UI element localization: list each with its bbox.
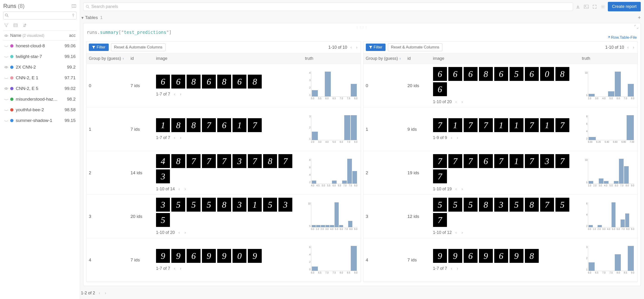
mnist-thumb[interactable]: 7 xyxy=(186,154,200,168)
expand-icon[interactable] xyxy=(592,4,597,9)
mnist-thumb[interactable]: 6 xyxy=(156,75,170,88)
chevron-left-icon[interactable]: ‹ xyxy=(178,186,181,192)
mnist-thumb[interactable]: 7 xyxy=(494,154,508,168)
chevron-left-icon[interactable]: ‹ xyxy=(178,230,181,235)
mnist-thumb[interactable]: 3 xyxy=(156,198,170,212)
gear-icon[interactable] xyxy=(600,4,606,9)
chevron-left-icon[interactable]: ‹ xyxy=(450,266,453,271)
run-row[interactable]: CNN-2, E 599.02 xyxy=(3,83,76,94)
histogram-chart[interactable]: 43215.05.56.06.57.07.58.0 xyxy=(305,71,358,101)
mnist-thumb[interactable]: 6 xyxy=(525,67,539,81)
mnist-thumb[interactable]: 6 xyxy=(433,82,447,96)
mnist-thumb[interactable]: 5 xyxy=(263,198,277,212)
mnist-thumb[interactable]: 9 xyxy=(479,249,493,263)
mnist-thumb[interactable]: 7 xyxy=(479,118,493,132)
chevron-right-icon[interactable]: › xyxy=(461,100,464,104)
mnist-thumb[interactable]: 7 xyxy=(525,154,539,168)
mnist-thumb[interactable]: 6 xyxy=(494,249,508,263)
chevron-left-icon[interactable]: ‹ xyxy=(173,92,176,97)
mnist-thumb[interactable]: 7 xyxy=(464,118,478,132)
column-header-group[interactable]: Group by (guess) ↑ xyxy=(86,53,128,64)
run-row[interactable]: 2X CNN-299.2 xyxy=(3,62,76,72)
mnist-thumb[interactable]: 7 xyxy=(433,118,447,132)
reset-columns-button[interactable]: Reset & Automate Columns xyxy=(111,43,166,51)
mnist-thumb[interactable]: 5 xyxy=(202,198,216,212)
mnist-thumb[interactable]: 9 xyxy=(217,249,231,263)
mnist-thumb[interactable]: 6 xyxy=(464,249,478,263)
histogram-chart[interactable]: 86424.04.55.05.56.06.57.07.58.0 xyxy=(305,158,358,188)
drag-handle-icon[interactable]: : : : : xyxy=(86,26,638,29)
mnist-thumb[interactable]: 0 xyxy=(540,67,554,81)
mnist-thumb[interactable]: 0 xyxy=(232,249,246,263)
mnist-thumb[interactable]: 6 xyxy=(186,249,200,263)
name-header[interactable]: Name xyxy=(10,33,21,38)
mnist-thumb[interactable]: 4 xyxy=(156,154,170,168)
mnist-thumb[interactable]: 3 xyxy=(156,170,170,183)
mnist-thumb[interactable]: 7 xyxy=(464,154,478,168)
mnist-thumb[interactable]: 5 xyxy=(433,198,447,212)
mnist-thumb[interactable]: 1 xyxy=(248,198,262,212)
mnist-thumb[interactable]: 3 xyxy=(232,154,246,168)
chevron-right-icon[interactable]: › xyxy=(461,230,464,235)
mnist-thumb[interactable]: 6 xyxy=(448,67,462,81)
histogram-chart[interactable]: 86426.006.206.406.606.807.00 xyxy=(582,114,635,144)
filter-button[interactable]: Filter xyxy=(366,44,386,51)
mnist-thumb[interactable]: 7 xyxy=(433,213,447,227)
chevron-right-icon[interactable]: › xyxy=(456,266,459,271)
visibility-toggle[interactable] xyxy=(4,76,10,79)
chevron-left-icon[interactable]: ‹ xyxy=(173,266,176,271)
chevron-right-icon[interactable]: › xyxy=(632,45,635,50)
histogram-chart[interactable]: 3216.06.57.07.58.08.59.0 xyxy=(582,245,635,275)
filter-button[interactable]: Filter xyxy=(89,44,109,51)
mnist-thumb[interactable]: 6 xyxy=(217,118,231,132)
mnist-thumb[interactable]: 3 xyxy=(540,154,554,168)
mnist-thumb[interactable]: 3 xyxy=(232,198,246,212)
mnist-thumb[interactable]: 1 xyxy=(510,118,524,132)
acc-header[interactable]: acc xyxy=(62,33,76,38)
mnist-thumb[interactable]: 7 xyxy=(202,154,216,168)
histogram-chart[interactable]: 1051.02.03.04.05.06.07.08.09.0 xyxy=(582,158,635,188)
mnist-thumb[interactable]: 5 xyxy=(556,198,569,212)
mnist-thumb[interactable]: 7 xyxy=(448,154,462,168)
mnist-thumb[interactable]: 9 xyxy=(433,249,447,263)
column-header-id[interactable]: id xyxy=(405,53,431,64)
chevron-right-icon[interactable]: › xyxy=(179,92,182,97)
mnist-thumb[interactable]: 1 xyxy=(510,154,524,168)
query-expression[interactable]: runs.summary["test_predictions"] xyxy=(86,29,638,35)
mnist-thumb[interactable]: 9 xyxy=(171,249,185,263)
mnist-thumb[interactable]: 7 xyxy=(217,154,231,168)
chevron-right-icon[interactable]: › xyxy=(179,266,182,271)
column-header-image[interactable]: image xyxy=(431,53,580,64)
visibility-toggle[interactable] xyxy=(4,55,10,58)
reset-columns-button[interactable]: Reset & Automate Columns xyxy=(388,43,442,51)
panel-search-input[interactable]: Search panels xyxy=(83,2,573,11)
mnist-thumb[interactable]: 9 xyxy=(248,249,262,263)
mnist-thumb[interactable]: 7 xyxy=(248,118,262,132)
mnist-thumb[interactable]: 8 xyxy=(186,118,200,132)
mnist-thumb[interactable]: 5 xyxy=(186,198,200,212)
chevron-right-icon[interactable]: › xyxy=(355,45,358,50)
chevron-down-icon[interactable]: ▾ xyxy=(81,15,84,20)
histogram-chart[interactable]: 3212.03.04.05.06.07.08.0 xyxy=(305,114,358,144)
mnist-thumb[interactable]: 6 xyxy=(202,75,216,88)
mnist-thumb[interactable]: 6 xyxy=(171,75,185,88)
visibility-toggle[interactable] xyxy=(4,98,10,100)
visibility-toggle[interactable] xyxy=(4,66,10,68)
chevron-left-icon[interactable]: ‹ xyxy=(454,230,458,235)
chevron-right-icon[interactable]: › xyxy=(179,135,182,140)
column-header-image[interactable]: image xyxy=(154,53,303,64)
mnist-thumb[interactable]: 5 xyxy=(156,213,170,227)
chevron-left-icon[interactable]: ‹ xyxy=(350,45,353,50)
visibility-toggle[interactable] xyxy=(4,108,10,111)
filter-icon[interactable] xyxy=(4,23,9,28)
mnist-thumb[interactable]: 1 xyxy=(156,118,170,132)
run-row[interactable]: youthful-bee-298.58 xyxy=(3,104,76,115)
mnist-thumb[interactable]: 7 xyxy=(433,154,447,168)
mnist-thumb[interactable]: 7 xyxy=(540,198,554,212)
mnist-thumb[interactable]: 8 xyxy=(556,67,569,81)
mnist-thumb[interactable]: 7 xyxy=(556,118,569,132)
mnist-thumb[interactable]: 8 xyxy=(217,198,231,212)
mnist-thumb[interactable]: 8 xyxy=(248,75,262,88)
run-row[interactable]: twilight-star-799.16 xyxy=(3,51,76,62)
chevron-left-icon[interactable]: ‹ xyxy=(450,135,453,140)
